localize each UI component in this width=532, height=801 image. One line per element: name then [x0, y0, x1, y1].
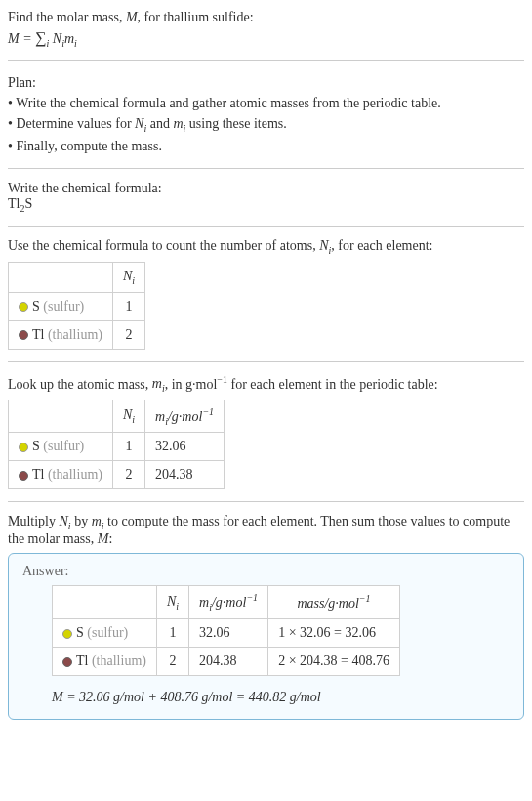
compute-section: Multiply Ni by mi to compute the mass fo…	[8, 514, 524, 719]
plan-item-2: • Determine values for Ni and mi using t…	[8, 113, 524, 136]
element-cell: S (sulfur)	[9, 292, 113, 320]
count-section: Use the chemical formula to count the nu…	[8, 238, 524, 350]
element-cell: S (sulfur)	[53, 618, 157, 647]
th-n: Ni	[156, 586, 188, 618]
divider	[8, 60, 524, 61]
element-label: (sulfur)	[43, 439, 84, 453]
n-value: 2	[112, 461, 144, 489]
table-row: Tl (thallium) 2 204.38 2 × 204.38 = 408.…	[53, 647, 400, 675]
th-element	[53, 586, 157, 618]
plan-header: Plan:	[8, 72, 524, 93]
table-row: S (sulfur) 1 32.06 1 × 32.06 = 32.06	[53, 618, 400, 647]
count-table: Ni S (sulfur) 1 Tl (thallium) 2	[8, 262, 145, 350]
element-cell: Tl (thallium)	[9, 320, 113, 349]
intro-text: Find the molar mass, M, for thallium sul…	[8, 8, 524, 27]
answer-box: Answer: Ni mi/g·mol−1 mass/g·mol−1 S (su…	[8, 553, 524, 719]
element-symbol: S	[32, 439, 40, 453]
divider	[8, 361, 524, 362]
th-mass: mass/g·mol−1	[268, 586, 400, 618]
compute-header: Multiply Ni by mi to compute the mass fo…	[8, 514, 524, 547]
count-header: Use the chemical formula to count the nu…	[8, 238, 524, 256]
th-m: mi/g·mol−1	[145, 400, 225, 433]
answer-table: Ni mi/g·mol−1 mass/g·mol−1 S (sulfur) 1 …	[52, 585, 400, 675]
formula-section: Write the chemical formula: Tl2S	[8, 181, 524, 214]
th-element	[9, 262, 113, 292]
m-value: 32.06	[145, 433, 225, 461]
th-element	[9, 400, 113, 433]
molar-mass-formula: M = ∑i Nimi	[8, 29, 524, 49]
element-cell: Tl (thallium)	[53, 647, 157, 675]
n-value: 2	[112, 320, 144, 349]
element-cell: Tl (thallium)	[9, 461, 113, 489]
thallium-dot-icon	[19, 471, 28, 481]
intro-section: Find the molar mass, M, for thallium sul…	[8, 8, 524, 48]
table-header-row: Ni mi/g·mol−1 mass/g·mol−1	[53, 586, 400, 618]
thallium-dot-icon	[19, 330, 28, 340]
element-cell: S (sulfur)	[9, 433, 113, 461]
sulfur-dot-icon	[62, 629, 72, 639]
th-n: Ni	[112, 400, 144, 433]
plan-item-3: • Finally, compute the mass.	[8, 136, 524, 156]
th-m: mi/g·mol−1	[189, 586, 268, 618]
sulfur-dot-icon	[19, 443, 28, 452]
chemical-formula: Tl2S	[8, 196, 524, 214]
mass-section: Look up the atomic mass, mi, in g·mol−1 …	[8, 374, 524, 490]
m-value: 204.38	[189, 647, 268, 675]
n-value: 1	[112, 433, 144, 461]
mass-header: Look up the atomic mass, mi, in g·mol−1 …	[8, 374, 524, 394]
plan-item-1: • Write the chemical formula and gather …	[8, 93, 524, 113]
element-label: (thallium)	[48, 327, 102, 342]
divider	[8, 501, 524, 502]
table-row: S (sulfur) 1	[9, 292, 145, 320]
table-header-row: Ni	[9, 262, 145, 292]
divider	[8, 226, 524, 227]
divider	[8, 168, 524, 169]
element-label: (thallium)	[92, 653, 146, 668]
answer-label: Answer:	[22, 564, 510, 579]
table-row: Tl (thallium) 2	[9, 320, 145, 349]
final-answer: M = 32.06 g/mol + 408.76 g/mol = 440.82 …	[52, 690, 510, 705]
mass-value: 2 × 204.38 = 408.76	[268, 647, 400, 675]
table-header-row: Ni mi/g·mol−1	[9, 400, 225, 433]
mass-table: Ni mi/g·mol−1 S (sulfur) 1 32.06 Tl (tha…	[8, 400, 225, 489]
formula-header: Write the chemical formula:	[8, 181, 524, 196]
mass-value: 1 × 32.06 = 32.06	[268, 618, 400, 647]
plan-section: Plan: • Write the chemical formula and g…	[8, 72, 524, 156]
table-row: Tl (thallium) 2 204.38	[9, 461, 225, 489]
n-value: 1	[156, 618, 188, 647]
n-value: 1	[112, 292, 144, 320]
n-value: 2	[156, 647, 188, 675]
element-symbol: Tl	[76, 653, 88, 668]
element-symbol: S	[32, 299, 40, 314]
table-row: S (sulfur) 1 32.06	[9, 433, 225, 461]
thallium-dot-icon	[62, 657, 72, 667]
m-value: 204.38	[145, 461, 225, 489]
th-n: Ni	[112, 262, 144, 292]
element-symbol: Tl	[32, 327, 44, 342]
element-label: (sulfur)	[43, 299, 84, 314]
sulfur-dot-icon	[19, 302, 28, 312]
element-symbol: S	[76, 625, 84, 640]
m-value: 32.06	[189, 618, 268, 647]
element-symbol: Tl	[32, 467, 44, 482]
element-label: (thallium)	[48, 467, 102, 482]
element-label: (sulfur)	[87, 625, 128, 640]
